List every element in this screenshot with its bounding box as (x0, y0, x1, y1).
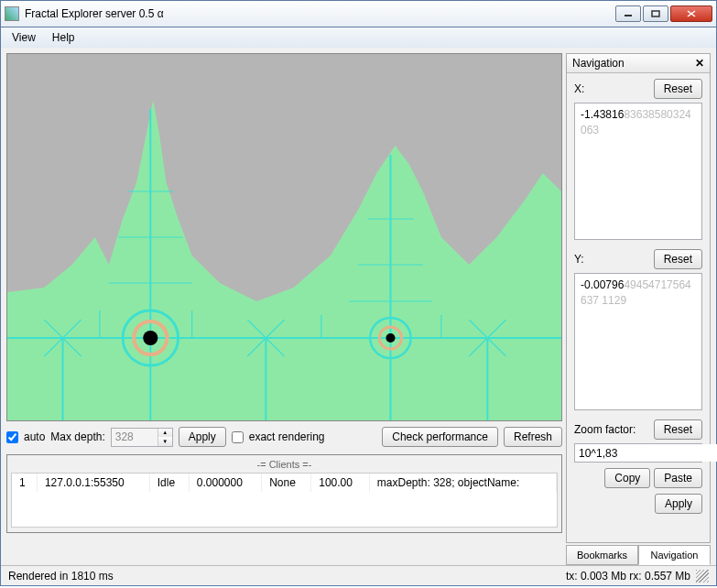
clients-table[interactable]: 1 127.0.0.1:55350 Idle 0.000000 None 100… (11, 473, 558, 528)
reset-zoom-button[interactable]: Reset (654, 419, 702, 440)
window-title: Fractal Explorer server 0.5 α (25, 7, 615, 20)
auto-label: auto (24, 430, 45, 443)
exact-checkbox[interactable] (232, 431, 244, 443)
maxdepth-spinner[interactable]: ▲▼ (111, 428, 173, 447)
right-column: Navigation ✕ X: Reset -1.438168363858032… (566, 53, 711, 565)
zoom-input[interactable] (575, 444, 717, 462)
close-panel-icon[interactable]: ✕ (695, 57, 704, 70)
tab-bookmarks[interactable]: Bookmarks (566, 545, 638, 565)
fractal-canvas[interactable] (6, 53, 562, 421)
left-column: auto Max depth: ▲▼ Apply exact rendering… (6, 53, 562, 565)
menu-view[interactable]: View (5, 29, 43, 46)
y-input[interactable]: -0.0079649454717564637 1129 (574, 273, 702, 410)
minimize-button[interactable] (615, 5, 641, 22)
nav-title: Navigation (572, 57, 695, 70)
menu-help[interactable]: Help (45, 29, 82, 46)
zoom-spinner[interactable]: ▲▼ (574, 443, 702, 463)
svg-rect-1 (652, 11, 659, 16)
menubar: View Help (0, 27, 717, 48)
window-buttons (615, 5, 712, 22)
resize-grip-icon[interactable] (696, 570, 709, 583)
x-label: X: (574, 82, 654, 95)
client-idx: 1 (12, 474, 37, 492)
chevron-up-icon[interactable]: ▲ (158, 429, 172, 438)
client-val2: None (262, 474, 311, 492)
reset-x-button[interactable]: Reset (654, 79, 702, 99)
reset-y-button[interactable]: Reset (654, 249, 702, 269)
exact-label: exact rendering (249, 430, 325, 443)
client-area: auto Max depth: ▲▼ Apply exact rendering… (0, 48, 717, 586)
table-row[interactable]: 1 127.0.0.1:55350 Idle 0.000000 None 100… (12, 474, 557, 492)
maxdepth-input[interactable] (112, 429, 158, 446)
close-button[interactable] (670, 5, 712, 22)
client-addr: 127.0.0.1:55350 (37, 474, 149, 492)
titlebar: Fractal Explorer server 0.5 α (0, 0, 717, 27)
chevron-down-icon[interactable]: ▼ (158, 437, 172, 446)
statusbar: Rendered in 1810 ms tx: 0.003 Mb rx: 0.5… (1, 565, 716, 585)
clients-panel: -= Clients =- 1 127.0.0.1:55350 Idle 0.0… (6, 454, 562, 533)
auto-checkbox[interactable] (6, 431, 18, 443)
navigation-panel: Navigation ✕ X: Reset -1.438168363858032… (566, 53, 711, 543)
svg-point-32 (386, 333, 395, 343)
status-right: tx: 0.003 Mb rx: 0.557 Mb (566, 570, 690, 583)
refresh-button[interactable]: Refresh (504, 427, 562, 447)
paste-button[interactable]: Paste (654, 468, 702, 488)
svg-point-29 (143, 331, 158, 345)
clients-title: -= Clients =- (11, 459, 558, 473)
maximize-button[interactable] (643, 5, 668, 22)
client-val3: 100.00 (311, 474, 370, 492)
y-label: Y: (574, 253, 654, 266)
client-state: Idle (149, 474, 189, 492)
nav-header: Navigation ✕ (567, 54, 710, 73)
nav-apply-button[interactable]: Apply (655, 494, 702, 514)
zoom-label: Zoom factor: (574, 423, 654, 436)
tab-navigation[interactable]: Navigation (638, 545, 711, 565)
copy-button[interactable]: Copy (604, 468, 650, 488)
side-tabs: Bookmarks Navigation (566, 545, 711, 565)
client-val1: 0.000000 (189, 474, 261, 492)
maxdepth-label: Max depth: (50, 430, 104, 443)
apply-button[interactable]: Apply (179, 427, 226, 447)
app-icon (5, 6, 19, 21)
render-controls: auto Max depth: ▲▼ Apply exact rendering… (6, 421, 562, 452)
x-input[interactable]: -1.4381683638580324063 (574, 103, 702, 240)
client-info: maxDepth: 328; objectName: (369, 474, 556, 492)
check-performance-button[interactable]: Check performance (382, 427, 498, 447)
status-left: Rendered in 1810 ms (8, 570, 566, 583)
